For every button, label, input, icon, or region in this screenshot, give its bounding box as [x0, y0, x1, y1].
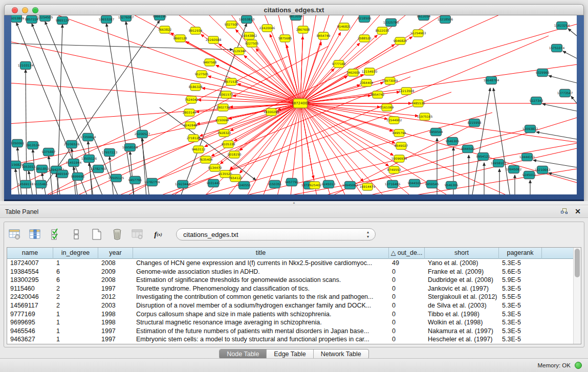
- table-row[interactable]: 2242004622012Investigating the contribut…: [7, 293, 573, 301]
- table-cell[interactable]: 1997: [98, 335, 133, 344]
- graph-node[interactable]: 11544902: [386, 117, 402, 124]
- graph-node[interactable]: 8350061: [11, 140, 25, 147]
- network-window-titlebar[interactable]: citations_edges.txt: [4, 4, 584, 15]
- panel-splitter[interactable]: ▲: [0, 201, 588, 205]
- scrollbar-thumb[interactable]: [575, 249, 580, 277]
- citation-network-graph[interactable]: 1605380988572241225450598651241065328715…: [11, 15, 577, 194]
- graph-node[interactable]: 7625402: [308, 182, 322, 189]
- graph-node[interactable]: 5875685: [278, 35, 292, 42]
- graph-node[interactable]: 9546306: [445, 182, 459, 189]
- table-cell[interactable]: 1: [53, 335, 98, 344]
- graph-node[interactable]: 2718126: [187, 135, 201, 142]
- table-cell[interactable]: 5.3E-5: [499, 259, 542, 268]
- graph-node[interactable]: 9227343: [530, 97, 543, 105]
- graph-node[interactable]: 7485530: [411, 100, 425, 107]
- table-cell[interactable]: Stergiakouli et al. (2012): [425, 293, 499, 301]
- graph-node[interactable]: 2588520: [358, 35, 372, 42]
- graph-node[interactable]: 13716486: [385, 181, 401, 188]
- graph-node[interactable]: 10945063: [342, 182, 358, 189]
- graph-node[interactable]: 8857224: [25, 16, 39, 24]
- graph-node[interactable]: 9361573: [220, 91, 233, 98]
- graph-node[interactable]: 9457792: [285, 179, 299, 186]
- graph-node[interactable]: 9150351: [268, 181, 282, 188]
- graph-node[interactable]: 9129344: [232, 48, 246, 55]
- graph-node[interactable]: 17957223: [102, 149, 118, 157]
- graph-node[interactable]: 2867608: [296, 26, 310, 33]
- graph-node[interactable]: 12093832: [522, 125, 538, 133]
- black-edge[interactable]: [472, 88, 490, 194]
- red-edge[interactable]: [300, 103, 577, 194]
- table-cell[interactable]: 1: [53, 327, 98, 336]
- graph-node[interactable]: 15276067: [118, 15, 134, 21]
- graph-node[interactable]: 13505125: [108, 174, 124, 182]
- table-cell[interactable]: 2: [53, 285, 98, 293]
- column-header-short[interactable]: short: [425, 248, 499, 259]
- graph-node[interactable]: 8549027: [395, 142, 408, 149]
- splitter-handle-icon[interactable]: ▲: [292, 202, 296, 204]
- black-edge[interactable]: [26, 70, 27, 194]
- table-cell[interactable]: Embryonic stem cells: a model to study s…: [133, 335, 389, 344]
- table-row[interactable]: 1872400712008Changes of HCN gene express…: [7, 259, 573, 268]
- table-cell[interactable]: 49: [389, 259, 425, 268]
- table-cell[interactable]: Investigating the contribution of common…: [133, 293, 389, 301]
- graph-node[interactable]: 9227505: [245, 40, 259, 47]
- graph-node[interactable]: 6959545: [425, 181, 439, 188]
- black-edge[interactable]: [571, 96, 577, 103]
- graph-node[interactable]: 9044501: [408, 180, 422, 187]
- table-cell[interactable]: 0: [389, 318, 425, 327]
- tab-network-table[interactable]: Network Table: [314, 349, 368, 359]
- table-cell[interactable]: Yano et al. (2008): [425, 259, 499, 268]
- black-edge[interactable]: [549, 76, 577, 83]
- graph-node[interactable]: 2902734: [216, 104, 230, 111]
- graph-node[interactable]: 10973049: [382, 77, 398, 84]
- table-cell[interactable]: 6: [53, 276, 98, 285]
- table-cell[interactable]: Tibbo et al. (1998): [425, 310, 499, 319]
- table-cell[interactable]: Genome-wide association studies in ADHD.: [133, 268, 389, 276]
- table-cell[interactable]: 5.6E-5: [499, 268, 542, 276]
- table-cell[interactable]: 22420046: [7, 293, 53, 301]
- table-cell[interactable]: 0: [389, 293, 425, 301]
- red-edge[interactable]: [300, 103, 577, 194]
- graph-node[interactable]: 11823254: [554, 22, 570, 30]
- column-header-in_degree[interactable]: in_degree: [53, 248, 98, 259]
- float-panel-icon[interactable]: [561, 208, 568, 215]
- graph-node[interactable]: 12773547: [557, 90, 573, 97]
- function-builder-icon[interactable]: f(x): [151, 228, 165, 241]
- table-row[interactable]: 1938455462009Genome-wide association stu…: [7, 268, 573, 276]
- graph-node[interactable]: 18724007: [291, 99, 310, 108]
- table-cell[interactable]: 0: [389, 301, 425, 310]
- graph-node[interactable]: 8454749: [317, 32, 331, 39]
- graph-node[interactable]: 16543862: [242, 32, 257, 39]
- tab-edge-table[interactable]: Edge Table: [267, 349, 313, 359]
- table-cell[interactable]: 1: [53, 259, 98, 268]
- graph-node[interactable]: 9053013: [22, 163, 36, 171]
- black-edge[interactable]: [568, 29, 577, 36]
- graph-node[interactable]: 8571536: [225, 78, 238, 85]
- graph-node[interactable]: 12254505: [37, 15, 53, 21]
- table-settings-icon[interactable]: [8, 228, 21, 241]
- graph-node[interactable]: 2161069: [380, 104, 394, 111]
- table-cell[interactable]: 5.9E-5: [499, 276, 542, 285]
- black-edge[interactable]: [536, 132, 577, 139]
- graph-node[interactable]: 6966196: [153, 15, 167, 20]
- table-cell[interactable]: 9115460: [7, 285, 53, 293]
- graph-node[interactable]: 12325780: [383, 19, 399, 27]
- table-row[interactable]: 946362711997Embryonic stem cells: a mode…: [7, 335, 573, 344]
- graph-node[interactable]: 12923446: [175, 181, 191, 188]
- graph-node[interactable]: 3913534: [26, 142, 40, 149]
- table-cell[interactable]: 0: [389, 276, 425, 285]
- table-cell[interactable]: 0: [389, 268, 425, 276]
- table-cell[interactable]: 5.3E-5: [499, 335, 542, 344]
- graph-node[interactable]: 11451944: [66, 159, 82, 167]
- table-cell[interactable]: 5.3E-5: [499, 285, 542, 293]
- black-edge[interactable]: [142, 138, 146, 194]
- graph-node[interactable]: 12218506: [438, 16, 453, 24]
- table-vertical-scrollbar[interactable]: [573, 248, 581, 344]
- graph-node[interactable]: 12103134: [18, 62, 34, 70]
- graph-node[interactable]: 12444151: [519, 154, 535, 161]
- memory-ok-indicator-icon[interactable]: [575, 362, 582, 369]
- black-edge[interactable]: [493, 88, 510, 194]
- table-cell[interactable]: Disruption of a novel member of a sodium…: [133, 301, 389, 310]
- graph-node[interactable]: 9329966: [536, 69, 550, 77]
- red-edge[interactable]: [300, 103, 577, 194]
